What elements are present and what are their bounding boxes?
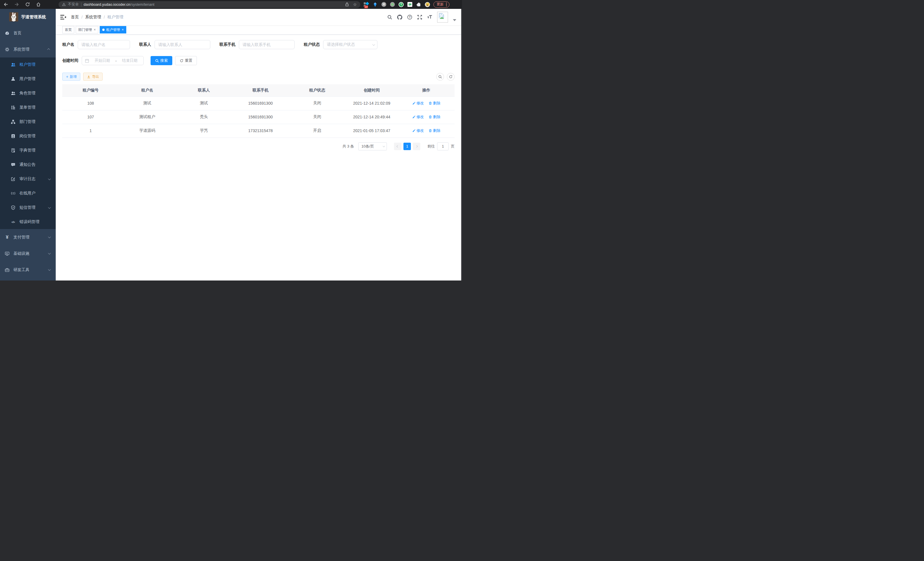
github-icon[interactable] bbox=[397, 15, 402, 20]
reset-button[interactable]: 重置 bbox=[175, 56, 197, 65]
breadcrumb-system[interactable]: 系统管理 bbox=[85, 15, 101, 20]
chat-extension-icon[interactable] bbox=[407, 2, 412, 7]
user-icon bbox=[11, 77, 15, 81]
delete-link[interactable]: 删除 bbox=[429, 128, 440, 133]
breadcrumb-home[interactable]: 首页 bbox=[71, 15, 79, 20]
search-button[interactable]: 搜索 bbox=[151, 56, 172, 65]
goto-page-input[interactable] bbox=[437, 142, 448, 150]
sidebar-item-roles[interactable]: 角色管理 bbox=[0, 86, 56, 100]
create-time-range-picker[interactable]: 开始日期 - 结束日期 bbox=[82, 56, 144, 65]
toggle-search-button[interactable] bbox=[436, 73, 444, 81]
next-page-button[interactable] bbox=[413, 143, 420, 150]
sidebar-item-online-users[interactable]: 在线用户 bbox=[0, 186, 56, 200]
breadcrumb: 首页 / 系统管理 / 租户管理 bbox=[71, 15, 123, 20]
download-icon bbox=[87, 75, 91, 79]
edit-link[interactable]: 修改 bbox=[412, 114, 424, 120]
security-label[interactable]: 不安全 bbox=[68, 2, 79, 7]
sidebar-item-tenant[interactable]: 租户管理 bbox=[0, 57, 56, 72]
sidebar-item-system[interactable]: 系统管理 bbox=[0, 41, 56, 57]
breadcrumb-current: 租户管理 bbox=[107, 15, 123, 20]
browser-update-button[interactable]: 更新 bbox=[434, 2, 449, 8]
sidebar-item-sms[interactable]: 短信管理 bbox=[0, 200, 56, 215]
balloon-extension-icon[interactable] bbox=[373, 2, 378, 7]
sidebar-item-posts[interactable]: 岗位管理 bbox=[0, 129, 56, 143]
y-extension-icon[interactable]: Y bbox=[399, 2, 404, 7]
sidebar-item-error-codes[interactable]: </> 错误码管理 bbox=[0, 215, 56, 229]
column-created: 创建时间 bbox=[345, 84, 398, 96]
add-button[interactable]: + 新增 bbox=[62, 73, 80, 81]
delete-link[interactable]: 删除 bbox=[429, 101, 440, 106]
tab-home[interactable]: 首页 bbox=[62, 26, 74, 33]
forward-icon[interactable] bbox=[14, 2, 19, 7]
avatar-dropdown-caret[interactable] bbox=[453, 19, 456, 21]
current-page-button[interactable]: 1 bbox=[404, 143, 411, 150]
mobile-input[interactable] bbox=[239, 40, 295, 49]
tree-table-icon bbox=[11, 105, 15, 110]
not-secure-warning-icon bbox=[62, 3, 66, 6]
recorder-extension-icon[interactable] bbox=[390, 2, 395, 7]
status-select-placeholder: 请选择租户状态 bbox=[327, 42, 355, 47]
extension-badge-icon[interactable]: 10 bbox=[364, 2, 369, 7]
refresh-icon bbox=[180, 59, 183, 63]
share-icon[interactable] bbox=[345, 2, 349, 7]
close-icon[interactable]: × bbox=[94, 28, 96, 32]
reload-icon[interactable] bbox=[25, 2, 30, 7]
filter-form-row-1: 租户名 联系人 联系手机 租户状态 请选择租户状态 bbox=[62, 40, 454, 49]
browser-menu-icon[interactable] bbox=[446, 3, 447, 6]
svg-text:?: ? bbox=[409, 15, 411, 19]
delete-link[interactable]: 删除 bbox=[429, 114, 440, 120]
url-bar[interactable]: 不安全 dashboard.yudao.iocoder.cn/system/te… bbox=[58, 1, 360, 8]
header-search-icon[interactable] bbox=[387, 15, 392, 20]
command-extension-icon[interactable]: ⌘ bbox=[381, 2, 386, 7]
sidebar: 芋道管理系统 首页 系统管理 租户管理 用户管理 角色管理 菜单管理 bbox=[0, 9, 56, 281]
sidebar-item-infrastructure[interactable]: 基础设施 bbox=[0, 245, 56, 262]
sidebar-item-notice[interactable]: 通知公告 bbox=[0, 158, 56, 172]
pagination: 共 3 条 10条/页 1 前往 页 bbox=[62, 142, 454, 150]
sidebar-collapse-icon[interactable] bbox=[60, 15, 66, 20]
start-date-placeholder: 开始日期 bbox=[92, 58, 113, 63]
url-text[interactable]: dashboard.yudao.iocoder.cn/system/tenant bbox=[84, 2, 154, 7]
sidebar-item-audit-log[interactable]: 审计日志 bbox=[0, 172, 56, 186]
refresh-table-button[interactable] bbox=[447, 73, 454, 81]
sidebar-item-dict[interactable]: 字典管理 bbox=[0, 143, 56, 158]
contact-input[interactable] bbox=[154, 40, 210, 49]
page-suffix-label: 页 bbox=[451, 144, 454, 149]
chevron-down-icon bbox=[48, 206, 51, 209]
extensions-puzzle-icon[interactable] bbox=[416, 2, 421, 7]
bookmark-star-icon[interactable]: ☆ bbox=[353, 2, 357, 7]
toolbox-icon bbox=[5, 268, 9, 272]
edit-link[interactable]: 修改 bbox=[412, 101, 424, 106]
sidebar-item-payment[interactable]: ¥ 支付管理 bbox=[0, 229, 56, 245]
end-date-placeholder: 结束日期 bbox=[119, 58, 141, 63]
profile-avatar-icon[interactable] bbox=[425, 2, 430, 7]
browser-toolbar: 不安全 dashboard.yudao.iocoder.cn/system/te… bbox=[0, 0, 462, 9]
sidebar-item-home[interactable]: 首页 bbox=[0, 25, 56, 41]
help-icon[interactable]: ? bbox=[407, 15, 412, 20]
close-icon[interactable]: × bbox=[122, 28, 124, 32]
back-icon[interactable] bbox=[3, 2, 8, 7]
sidebar-item-users[interactable]: 用户管理 bbox=[0, 72, 56, 86]
home-icon[interactable] bbox=[36, 2, 41, 7]
active-tab-dot bbox=[102, 29, 105, 31]
font-size-icon[interactable] bbox=[427, 15, 432, 20]
column-status: 租户状态 bbox=[289, 84, 345, 96]
online-users-icon bbox=[11, 191, 15, 196]
sidebar-item-menus[interactable]: 菜单管理 bbox=[0, 100, 56, 115]
extension-count-badge: 10 bbox=[364, 5, 368, 8]
fullscreen-icon[interactable] bbox=[417, 15, 422, 20]
tab-tenant-active[interactable]: 租户管理 × bbox=[100, 26, 126, 33]
page-size-select[interactable]: 10条/页 bbox=[358, 142, 387, 150]
create-time-label: 创建时间 bbox=[62, 58, 78, 63]
status-select[interactable]: 请选择租户状态 bbox=[323, 40, 377, 49]
user-avatar[interactable] bbox=[437, 12, 448, 23]
sidebar-item-depts[interactable]: 部门管理 bbox=[0, 115, 56, 129]
prev-page-button[interactable] bbox=[394, 143, 401, 150]
tab-dept[interactable]: 部门管理 × bbox=[76, 26, 98, 33]
tenant-name-input[interactable] bbox=[78, 40, 130, 49]
edit-link[interactable]: 修改 bbox=[412, 128, 424, 133]
export-button[interactable]: 导出 bbox=[83, 73, 103, 81]
sidebar-item-dev-tools[interactable]: 研发工具 bbox=[0, 262, 56, 278]
column-tenant-name: 租户名 bbox=[119, 84, 176, 96]
chevron-down-icon bbox=[382, 145, 385, 147]
app-logo[interactable]: 芋道管理系统 bbox=[0, 9, 56, 25]
